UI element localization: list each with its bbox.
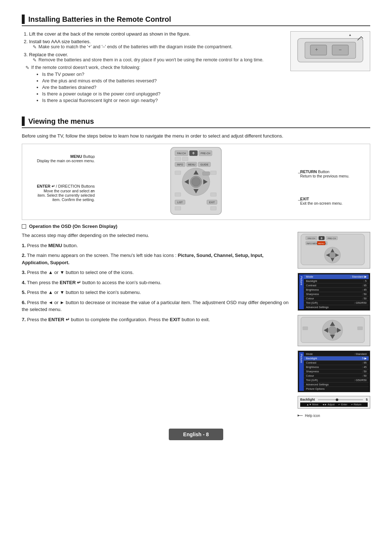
svg-rect-31 bbox=[203, 172, 210, 175]
viewing-bar bbox=[22, 116, 25, 126]
check-symbol: ✎ bbox=[25, 65, 29, 70]
svg-rect-17 bbox=[182, 157, 188, 161]
check-note-text: If the remote control doesn't work, chec… bbox=[31, 65, 140, 70]
right-labels: RETURN Button Return to the previous men… bbox=[297, 144, 370, 220]
help-icon-label: Help icon bbox=[305, 414, 320, 418]
osd-images: FAV.CH 0 PRE-CH INFO MENU GUIDE MENU bbox=[298, 232, 370, 418]
tint-val-2: : G50/R50 bbox=[354, 379, 367, 382]
brightness-row-2: Brightness: 45 bbox=[304, 365, 369, 369]
viewing-intro: Before using the TV, follow the steps be… bbox=[22, 133, 370, 139]
brightness-val-2: : 45 bbox=[362, 365, 367, 369]
svg-text:PRE-CH: PRE-CH bbox=[201, 152, 211, 155]
osd-section: Operation the OSD (On Screen Display) Th… bbox=[22, 224, 370, 418]
batteries-content: Lift the cover at the back of the remote… bbox=[22, 31, 370, 106]
svg-rect-33 bbox=[211, 171, 216, 175]
menu-mode-row: Mode : Standard ▶ bbox=[304, 274, 369, 279]
step-2-text: Install two AAA size batteries. bbox=[29, 39, 91, 44]
viewing-header: Viewing the menus bbox=[22, 116, 370, 128]
colour-row-2: Colour: 50 bbox=[304, 374, 369, 378]
svg-text:0: 0 bbox=[321, 237, 323, 240]
step-num-3: 3. bbox=[22, 270, 26, 275]
svg-text:PRE-CH: PRE-CH bbox=[327, 237, 336, 240]
svg-rect-41 bbox=[211, 206, 216, 210]
contrast-val-2: : 95 bbox=[362, 361, 367, 364]
screen-with-tab-1: Picture Mode : Standard ▶ Backlight: 5 bbox=[299, 274, 369, 309]
step-osd-2: 2. The main menu appears on the screen. … bbox=[22, 252, 290, 266]
channels-bold: Picture, Sound, Channel, Setup, Input, A… bbox=[22, 253, 264, 265]
osd-desc: The access step may differ depending on … bbox=[22, 232, 290, 239]
mode-value: : Standard ▶ bbox=[350, 275, 367, 278]
tint-row-1: Tint (G/R): G50/R50 bbox=[304, 301, 369, 305]
bullet-3: Are the batteries drained? bbox=[42, 85, 160, 90]
picture-tab-label-2: Picture bbox=[300, 354, 303, 363]
step-3-note-text: Remove the batteries and store them in a… bbox=[38, 57, 264, 62]
step-osd-7: 7. Press the ENTER ↵ button to complete … bbox=[22, 316, 290, 323]
mode-row-2: Mode: Standard bbox=[304, 352, 369, 356]
note-symbol-2: ✎ bbox=[33, 57, 37, 63]
svg-text:GUIDE: GUIDE bbox=[200, 163, 209, 166]
svg-rect-16 bbox=[175, 157, 181, 161]
backlight-label-1: Backlight bbox=[306, 279, 317, 283]
osd-header: Operation the OSD (On Screen Display) bbox=[22, 224, 370, 229]
backlight-row-1: Backlight: 5 bbox=[304, 279, 369, 283]
backlight-bar-row: Backlight 5 bbox=[300, 398, 368, 401]
main-diagram: MENU Button Display the main on-screen m… bbox=[22, 144, 370, 220]
bullet-4: Is there a power outage or is the power … bbox=[42, 91, 160, 97]
slider-container bbox=[318, 398, 363, 401]
svg-point-56 bbox=[329, 252, 336, 258]
menu-panel-2: Mode: Standard Backlight: 5 ▶ Contrast: … bbox=[304, 352, 369, 391]
battery-svg: + − ▲ bbox=[294, 33, 367, 69]
svg-point-30 bbox=[192, 177, 200, 186]
battery-illustration: + − ▲ bbox=[290, 31, 370, 106]
svg-point-63 bbox=[328, 326, 336, 334]
sharpness-row-2: Sharpness: 50 bbox=[304, 369, 369, 374]
step-num-7: 7. bbox=[22, 317, 26, 322]
tint-label-2: Tint (G/R) bbox=[306, 379, 318, 382]
brightness-label-1: Brightness bbox=[306, 288, 319, 291]
step-num-6: 6. bbox=[22, 300, 26, 305]
advanced-row-2: Advanced Settings bbox=[304, 382, 369, 387]
picture-options-label: Picture Options bbox=[306, 387, 324, 390]
advanced-label-1: Advanced Settings bbox=[306, 306, 329, 309]
nav-return: ↩ Return bbox=[351, 403, 362, 406]
remote-small-1: FAV.CH 0 PRE-CH INFO MENU GUIDE MENU bbox=[298, 232, 370, 269]
nav-adjust: ◄► Adjust bbox=[322, 403, 335, 406]
svg-text:FAV.CH: FAV.CH bbox=[177, 152, 186, 155]
mode-label: Mode bbox=[306, 275, 313, 278]
sharpness-row-1: Sharpness: 50 bbox=[304, 292, 369, 296]
batteries-section: Installing Batteries in the Remote Contr… bbox=[22, 15, 370, 106]
step-num-5: 5. bbox=[22, 290, 26, 295]
svg-rect-32 bbox=[175, 171, 181, 175]
svg-text:LIST: LIST bbox=[177, 201, 183, 204]
check-note-content: If the remote control doesn't work, chec… bbox=[31, 65, 160, 104]
step-2: Install two AAA size batteries. ✎ Make s… bbox=[29, 39, 283, 50]
svg-text:INFO: INFO bbox=[177, 163, 183, 166]
colour-val-1: : 50 bbox=[362, 297, 367, 300]
picture-tab: Picture bbox=[299, 274, 304, 309]
help-icon-area: Help icon bbox=[298, 413, 370, 418]
backlight-bar-label: Backlight bbox=[300, 398, 315, 401]
step-num-2: 2. bbox=[22, 253, 26, 258]
remote-small-svg-1: FAV.CH 0 PRE-CH INFO MENU GUIDE MENU bbox=[299, 233, 366, 266]
brightness-val-1: : 45 bbox=[362, 288, 367, 291]
arrow-icon bbox=[298, 414, 303, 417]
sharpness-label-1: Sharpness bbox=[306, 292, 319, 296]
osd-text: The access step may differ depending on … bbox=[22, 232, 290, 418]
footer: English - 8 bbox=[22, 429, 370, 440]
colour-val-2: : 50 bbox=[362, 374, 367, 377]
svg-rect-69 bbox=[358, 327, 363, 330]
advanced-label-2: Advanced Settings bbox=[306, 383, 329, 386]
menu-panel-1: Mode : Standard ▶ Backlight: 5 Contrast:… bbox=[304, 274, 369, 309]
contrast-label-2: Contrast bbox=[306, 361, 316, 364]
picture-tab-label: Picture bbox=[300, 276, 303, 285]
enter-bold-7: ENTER ↵ bbox=[48, 317, 70, 322]
svg-marker-71 bbox=[298, 414, 299, 417]
enter-bold-4: ENTER ↵ bbox=[60, 280, 81, 285]
remote-img-box: + − ▲ bbox=[290, 31, 370, 71]
bullet-list: Is the TV power on? Are the plus and min… bbox=[31, 71, 160, 103]
step-osd-5: 5. Press the ▲ or ▼ button to select the… bbox=[22, 289, 290, 296]
contrast-label-1: Contrast bbox=[306, 284, 316, 287]
left-lines-svg bbox=[22, 144, 95, 220]
sharpness-label-2: Sharpness bbox=[306, 370, 319, 373]
screen-menu-2: Picture Mode: Standard Backlight: 5 ▶ Co… bbox=[298, 351, 370, 392]
